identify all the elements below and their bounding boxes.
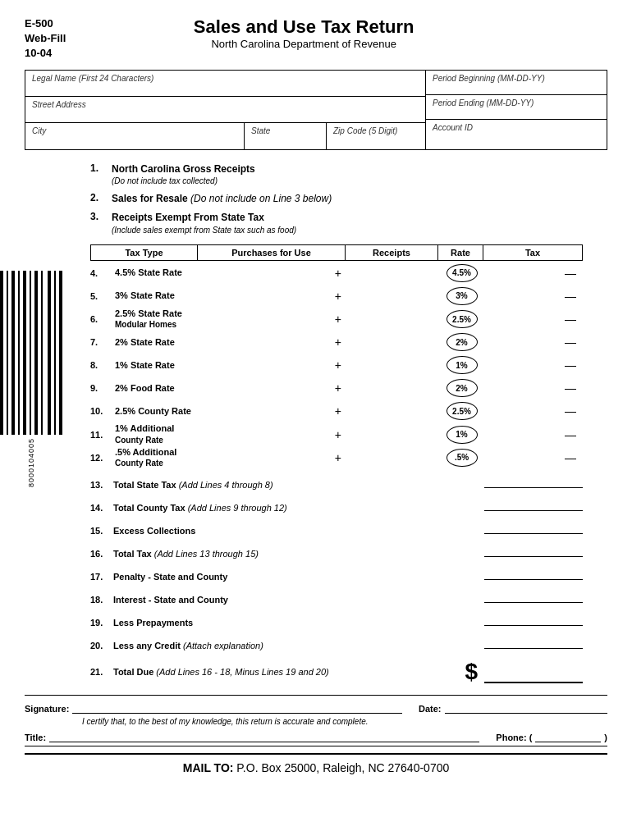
info-section: Legal Name (First 24 Characters) Street … (25, 70, 607, 150)
instruction-label-3: Receipts Exempt From State Tax (112, 212, 264, 223)
signature-section: Signature: Date: I certify that, to the … (25, 695, 607, 746)
table-row: 10. 2.5% County Rate + 2.5% — (90, 400, 583, 422)
table-row: 5. 3% State Rate + 3% — (90, 285, 583, 307)
instruction-item-1: 1. North Carolina Gross Receipts (Do not… (90, 162, 558, 188)
phone-field: Phone: ( ) (496, 729, 607, 742)
line-item-15: 15. Excess Collections (90, 521, 583, 537)
line-item-20: 20. Less any Credit (Attach explanation) (90, 636, 583, 652)
col-header-rate: Rate (438, 245, 483, 260)
instruction-num-1: 1. (90, 162, 105, 174)
instruction-note-2: (Do not include on Line 3 below) (190, 193, 332, 204)
line-value-16[interactable] (484, 544, 583, 557)
info-right-column: Period Beginning (MM-DD-YY) Period Endin… (426, 71, 607, 149)
period-beginning-label: Period Beginning (MM-DD-YY) (433, 74, 600, 83)
signature-label: Signature: (25, 704, 69, 714)
rate-badge-7: 2% (447, 333, 478, 351)
certification-text: I certify that, to the best of my knowle… (82, 717, 607, 726)
rate-badge-10: 2.5% (447, 402, 478, 420)
table-row: 8. 1% State Rate + 1% — (90, 354, 583, 376)
city-label: City (32, 126, 237, 135)
line-item-18: 18. Interest - State and County (90, 590, 583, 606)
instruction-item-2: 2. Sales for Resale (Do not include on L… (90, 192, 558, 206)
line-item-14: 14. Total County Tax (Add Lines 9 throug… (90, 498, 583, 514)
line-value-15[interactable] (484, 521, 583, 534)
total-due-label-text: Total Due (113, 667, 156, 677)
state-cell: State (245, 123, 327, 149)
table-row: 7. 2% State Rate + 2% — (90, 331, 583, 353)
line-item-19: 19. Less Prepayments (90, 613, 583, 629)
rate-badge-9: 2% (447, 379, 478, 397)
col-header-taxtype: Tax Type (91, 245, 198, 260)
rate-badge-5: 3% (447, 287, 478, 305)
line-item-13: 13. Total State Tax (Add Lines 4 through… (90, 475, 583, 491)
account-id-label: Account ID (433, 123, 600, 132)
col-header-purchases: Purchases for Use (198, 245, 346, 260)
title-phone-row: Title: Phone: ( ) (25, 729, 607, 742)
line-value-20[interactable] (484, 636, 583, 649)
rate-badge-11: 1% (447, 426, 478, 444)
barcode-text: 8000104005 (27, 438, 35, 487)
title-line[interactable] (49, 729, 479, 742)
instruction-num-3: 3. (90, 211, 105, 222)
form-title: Sales and Use Tax Return (66, 16, 542, 38)
instruction-note-1: (Do not include tax collected) (112, 176, 255, 187)
instruction-label-2: Sales for Resale (112, 193, 190, 204)
signature-field: Signature: (25, 701, 402, 714)
line-item-17: 17. Penalty - State and County (90, 567, 583, 583)
total-due-note: (Add Lines 16 - 18, Minus Lines 19 and 2… (156, 667, 328, 677)
col-header-tax: Tax (483, 245, 582, 260)
signature-line[interactable] (72, 701, 402, 714)
period-ending-label: Period Ending (MM-DD-YY) (433, 98, 600, 107)
title-label: Title: (25, 733, 46, 742)
total-due-value[interactable] (484, 660, 583, 683)
phone-label: Phone: ( (496, 733, 532, 742)
state-label: State (251, 126, 319, 135)
zip-label: Zip Code (5 Digit) (333, 126, 419, 135)
date-label: Date: (419, 704, 442, 714)
form-id: E-500 Web-Fill 10-04 (25, 16, 66, 62)
city-state-zip-row: City State Zip Code (5 Digit) (25, 123, 425, 149)
instruction-label-1: North Carolina Gross Receipts (112, 163, 255, 175)
mail-footer-address: P.O. Box 25000, Raleigh, NC 27640-0700 (236, 761, 449, 774)
street-address-cell: Street Address (25, 97, 425, 123)
table-header-row: Tax Type Purchases for Use Receipts Rate… (90, 244, 583, 261)
zip-cell: Zip Code (5 Digit) (327, 123, 425, 149)
title-field: Title: (25, 729, 479, 742)
legal-name-label: Legal Name (First 24 Characters) (32, 74, 419, 83)
tax-table: Tax Type Purchases for Use Receipts Rate… (90, 244, 583, 468)
legal-name-cell: Legal Name (First 24 Characters) (25, 71, 425, 97)
period-beginning-cell: Period Beginning (MM-DD-YY) (426, 71, 607, 95)
rate-badge-4: 4.5% (447, 264, 478, 282)
date-line[interactable] (445, 701, 607, 714)
summary-lines: 13. Total State Tax (Add Lines 4 through… (90, 475, 583, 652)
dollar-sign: $ (465, 659, 478, 685)
rate-badge-8: 1% (447, 356, 478, 374)
phone-close: ) (604, 733, 607, 742)
line-item-16: 16. Total Tax (Add Lines 13 through 15) (90, 544, 583, 560)
table-row: 4. 4.5% State Rate + 4.5% — (90, 262, 583, 284)
line-value-13[interactable] (484, 475, 583, 488)
date-field: Date: (419, 701, 607, 714)
info-left-column: Legal Name (First 24 Characters) Street … (25, 71, 426, 149)
period-ending-cell: Period Ending (MM-DD-YY) (426, 95, 607, 120)
form-title-area: Sales and Use Tax Return North Carolina … (66, 16, 542, 50)
instructions-section: 1. North Carolina Gross Receipts (Do not… (90, 162, 558, 236)
mail-footer-text: MAIL TO: (183, 761, 237, 774)
instruction-note-3: (Include sales exempt from State tax suc… (112, 225, 296, 236)
total-due-section: 21. Total Due (Add Lines 16 - 18, Minus … (90, 659, 583, 685)
line-value-18[interactable] (484, 590, 583, 603)
rate-badge-6: 2.5% (447, 310, 478, 328)
line-value-14[interactable] (484, 498, 583, 511)
city-cell: City (25, 123, 245, 149)
table-row: 12. .5% AdditionalCounty Rate + .5% — (90, 447, 583, 468)
barcode: 8000104005 (0, 271, 62, 487)
phone-line[interactable] (535, 729, 601, 742)
table-row: 6. 2.5% State RateModular Homes + 2.5% — (90, 308, 583, 330)
form-subtitle: North Carolina Department of Revenue (66, 38, 542, 50)
table-row: 11. 1% AdditionalCounty Rate + 1% — (90, 423, 583, 445)
signature-row: Signature: Date: (25, 701, 607, 714)
line-value-19[interactable] (484, 613, 583, 626)
table-row: 9. 2% Food Rate + 2% — (90, 377, 583, 399)
line-value-17[interactable] (484, 567, 583, 580)
rate-badge-12: .5% (447, 449, 478, 467)
